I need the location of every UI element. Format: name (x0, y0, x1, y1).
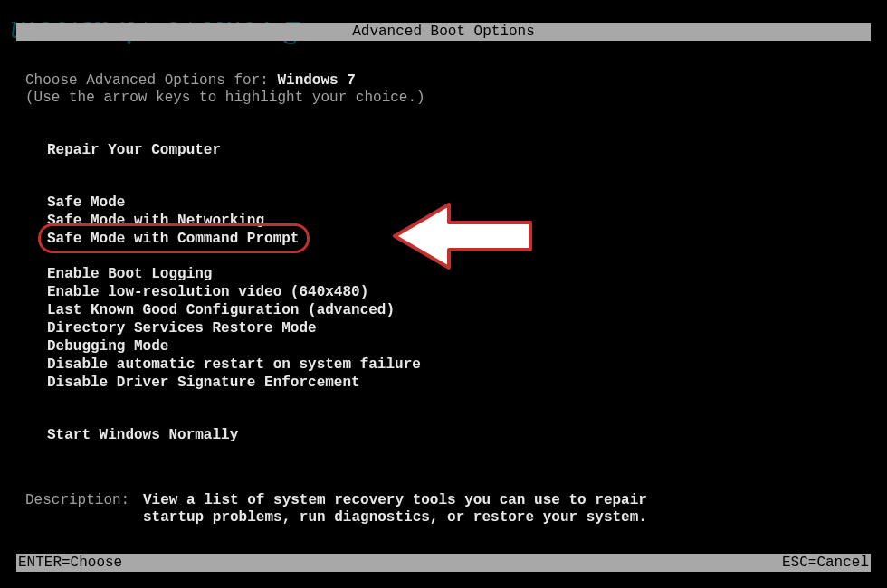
description-block: Description:View a list of system recove… (25, 492, 647, 526)
footer-esc-hint: ESC=Cancel (782, 554, 869, 572)
menu-safe-mode-networking[interactable]: Safe Mode with Networking (47, 212, 862, 230)
menu-disable-driver-sig[interactable]: Disable Driver Signature Enforcement (47, 374, 862, 392)
menu-directory-services-restore[interactable]: Directory Services Restore Mode (47, 319, 862, 337)
description-text: View a list of system recovery tools you… (143, 492, 647, 526)
footer-enter-hint: ENTER=Choose (18, 554, 122, 572)
menu-safe-mode[interactable]: Safe Mode (47, 194, 862, 212)
menu-safe-mode-command-prompt[interactable]: Safe Mode with Command Prompt (47, 230, 299, 248)
hint-line: (Use the arrow keys to highlight your ch… (25, 90, 862, 107)
title-bar: Advanced Boot Options (16, 23, 871, 41)
choose-line: Choose Advanced Options for: Windows 7 (25, 72, 862, 90)
menu-disable-auto-restart[interactable]: Disable automatic restart on system fail… (47, 356, 862, 374)
menu-low-res-video[interactable]: Enable low-resolution video (640x480) (47, 283, 862, 301)
menu-start-windows-normally[interactable]: Start Windows Normally (47, 426, 862, 444)
title-text: Advanced Boot Options (352, 24, 535, 40)
menu-repair-computer[interactable]: Repair Your Computer (47, 141, 862, 159)
menu-last-known-good[interactable]: Last Known Good Configuration (advanced) (47, 301, 862, 319)
watermark-text: 2-remove-virus.com (0, 0, 9, 14)
description-label: Description: (25, 492, 143, 509)
menu-debugging-mode[interactable]: Debugging Mode (47, 337, 862, 356)
os-name: Windows 7 (277, 72, 355, 89)
footer-bar: ENTER=Choose ESC=Cancel (16, 554, 871, 572)
menu-enable-boot-logging[interactable]: Enable Boot Logging (47, 265, 862, 283)
content-area: Choose Advanced Options for: Windows 7 (… (25, 72, 862, 444)
